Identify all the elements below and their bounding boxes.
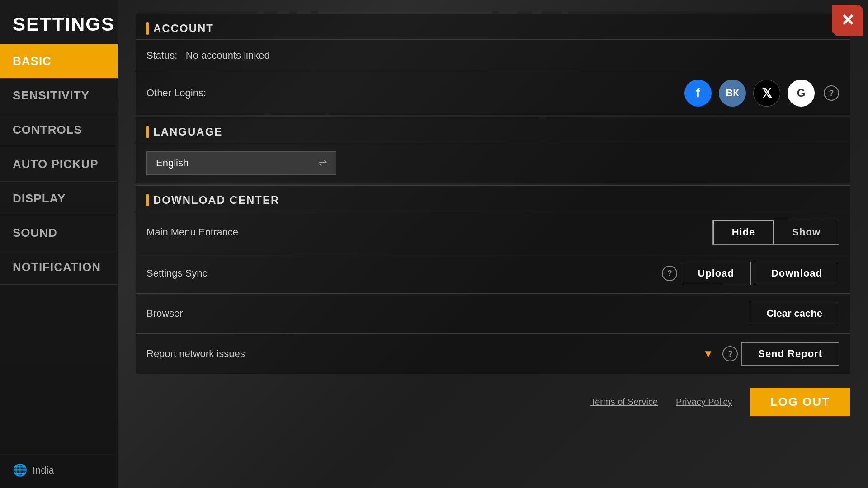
hide-button[interactable]: Hide [713,220,774,244]
sidebar-item-display[interactable]: DISPLAY [0,182,118,216]
status-label: Status: No accounts linked [146,50,839,61]
close-icon: ✕ [841,11,854,30]
globe-icon: 🌐 [13,463,27,477]
settings-sync-row: Settings Sync ? Upload Download [136,253,850,293]
main-menu-entrance-label: Main Menu Entrance [146,226,712,238]
upload-button[interactable]: Upload [681,262,751,285]
sidebar-nav: BASIC SENSITIVITY CONTROLS AUTO PICKUP D… [0,44,118,452]
settings-sync-help-button[interactable]: ? [662,266,677,281]
language-section: LANGUAGE English ⇌ [136,117,850,183]
main-content: ACCOUNT Status: No accounts linked Other… [118,0,868,488]
page-footer: Terms of Service Privacy Policy LOG OUT [136,379,850,425]
show-button[interactable]: Show [774,220,839,244]
send-report-button[interactable]: Send Report [741,342,839,366]
vk-icon: ВК [726,87,739,99]
sidebar: SETTINGS BASIC SENSITIVITY CONTROLS AUTO… [0,0,118,488]
download-center-section: DOWNLOAD CENTER Main Menu Entrance Hide … [136,185,850,374]
clear-cache-button[interactable]: Clear cache [750,302,839,325]
swap-icon: ⇌ [319,157,327,169]
terms-of-service-link[interactable]: Terms of Service [590,397,658,407]
region-label: India [33,465,54,476]
facebook-login-button[interactable]: f [684,80,712,107]
privacy-policy-link[interactable]: Privacy Policy [676,397,732,407]
hide-show-toggle: Hide Show [712,220,839,245]
account-accent [146,22,149,35]
settings-sync-label: Settings Sync [146,267,653,279]
language-section-header: LANGUAGE [136,117,850,143]
google-icon: G [797,87,806,99]
facebook-icon: f [696,86,700,100]
download-center-header: DOWNLOAD CENTER [136,186,850,211]
sidebar-item-notification[interactable]: NOTIFICATION [0,250,118,285]
download-button[interactable]: Download [755,262,839,285]
twitter-icon: 𝕏 [762,86,772,101]
main-menu-entrance-row: Main Menu Entrance Hide Show [136,211,850,253]
browser-label: Browser [146,308,750,319]
settings-title: SETTINGS [0,0,118,44]
language-accent [146,126,149,138]
report-help-button[interactable]: ? [722,346,738,361]
report-network-label: Report network issues [146,348,696,360]
language-value: English [156,157,189,169]
other-logins-label: Other Logins: [146,87,684,99]
twitter-login-button[interactable]: 𝕏 [753,80,780,107]
sidebar-item-sound[interactable]: SOUND [0,216,118,250]
status-value: No accounts linked [186,50,270,61]
report-label-wrap: Report network issues ▼ [146,347,713,360]
sidebar-item-auto-pickup[interactable]: AUTO PICKUP [0,147,118,182]
browser-row: Browser Clear cache [136,293,850,333]
logout-button[interactable]: LOG OUT [750,388,850,416]
report-network-row: Report network issues ▼ ? Send Report [136,333,850,374]
language-selector[interactable]: English ⇌ [146,151,336,175]
account-section-header: ACCOUNT [136,14,850,39]
login-icons: f ВК 𝕏 G [684,80,815,107]
status-row: Status: No accounts linked [136,39,850,71]
other-logins-row: Other Logins: f ВК 𝕏 G ? [136,71,850,115]
chevron-down-icon[interactable]: ▼ [703,347,713,360]
sidebar-item-basic[interactable]: BASIC [0,44,118,79]
logins-help-button[interactable]: ? [824,85,839,101]
vk-login-button[interactable]: ВК [719,80,746,107]
close-button[interactable]: ✕ [832,5,863,36]
sidebar-footer: 🌐 India [0,452,118,488]
language-row: English ⇌ [136,143,850,183]
download-center-accent [146,194,149,206]
google-login-button[interactable]: G [788,80,815,107]
sidebar-item-sensitivity[interactable]: SENSITIVITY [0,79,118,113]
account-section: ACCOUNT Status: No accounts linked Other… [136,14,850,115]
language-section-title: LANGUAGE [153,126,222,138]
sidebar-item-controls[interactable]: CONTROLS [0,113,118,147]
status-label-text: Status: [146,50,177,61]
account-section-title: ACCOUNT [153,22,214,35]
download-center-title: DOWNLOAD CENTER [153,194,279,206]
